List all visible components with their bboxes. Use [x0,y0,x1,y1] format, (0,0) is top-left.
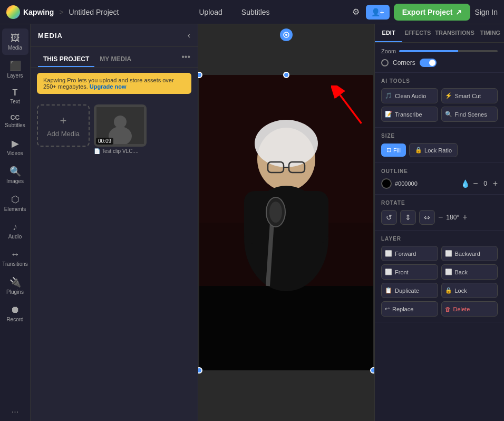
corners-radio[interactable] [381,59,389,66]
sidebar-label-record: Record [6,317,23,322]
sidebar-item-images[interactable]: 🔍 Images [2,161,28,188]
sidebar-item-record[interactable]: ⏺ Record [2,300,28,327]
right-panel: EDIT EFFECTS TRANSITIONS TIMING Zoom Cor… [374,24,504,421]
corners-label: Corners [393,59,415,66]
flip-h-button[interactable]: ⇔ [419,210,435,225]
rotate-label: ROTATE [381,200,498,206]
sidebar-item-videos[interactable]: ▶ Videos [2,133,28,160]
handle-bottom-right[interactable] [370,367,374,374]
rotate-ccw-button[interactable]: ↺ [381,210,397,225]
lock-ratio-label: Lock Ratio [424,147,452,154]
rotate-row: ↺ ⇕ ⇔ − 180° + [381,210,498,225]
tab-my-media[interactable]: MY MEDIA [94,52,137,67]
sidebar-item-audio[interactable]: ♪ Audio [2,217,28,244]
thumb-filename: 📄 Test clip VLC.... [94,148,147,154]
sidebar-item-plugins[interactable]: 🔌 Plugins [2,272,28,299]
plugins-icon: 🔌 [9,276,21,288]
clean-audio-button[interactable]: 🎵 Clean Audio [381,88,438,103]
media-icon: 🖼 [11,33,20,44]
rotate-plus-button[interactable]: + [462,213,467,222]
delete-button[interactable]: 🗑 Delete [441,301,498,317]
handle-top-mid[interactable] [283,72,289,78]
eyedropper-button[interactable]: 💧 [461,179,470,188]
subtitles-button[interactable]: Subtitles [237,6,274,18]
size-section: SIZE ⊡ Fill 🔒 Lock Ratio [375,128,504,163]
export-icon: ↗ [455,8,462,16]
front-button[interactable]: ⬜ Front [381,264,438,280]
sidebar-item-elements[interactable]: ⬡ Elements [2,189,28,216]
corners-toggle[interactable] [420,59,437,67]
tab-timing[interactable]: TIMING [477,24,504,42]
add-media-label: Add Media [47,130,80,138]
sidebar-item-media[interactable]: 🖼 Media [2,28,28,55]
tab-edit[interactable]: EDIT [375,24,402,42]
brand-label: Kapwing [23,8,54,16]
lock-ratio-button[interactable]: 🔒 Lock Ratio [409,143,458,157]
ai-tools-section: AI TOOLS 🎵 Clean Audio ⚡ Smart Cut 📝 Tra… [375,73,504,128]
sidebar-item-transitions[interactable]: ↔ Transitions [2,245,28,271]
tab-this-project[interactable]: THIS PROJECT [38,52,94,67]
flip-v-button[interactable]: ⇕ [400,210,416,225]
right-panel-tabs: EDIT EFFECTS TRANSITIONS TIMING [375,24,504,43]
fill-button[interactable]: ⊡ Fill [381,143,406,157]
upload-button[interactable]: Upload [195,6,226,18]
svg-rect-17 [244,191,328,244]
project-name[interactable]: Untitled Project [69,8,119,16]
add-user-button[interactable]: 👤+ [366,5,390,20]
duplicate-icon: 📋 [385,287,392,294]
layer-label: LAYER [381,236,498,242]
tab-effects[interactable]: EFFECTS [402,24,433,42]
settings-icon[interactable]: ⚙ [350,5,362,19]
duplicate-button[interactable]: 📋 Duplicate [381,283,438,298]
sidebar-item-text[interactable]: T Text [2,84,28,109]
rotate-value: 180° [446,214,459,221]
sidebar-item-layers[interactable]: ⬛ Layers [2,56,28,83]
media-collapse-button[interactable]: ‹ [188,31,190,40]
sidebar-item-subtitles[interactable]: CC Subtitles [2,110,28,132]
export-button[interactable]: Export Project ↗ [394,4,471,21]
zoom-slider[interactable] [399,50,498,52]
forward-button[interactable]: ⬜ Forward [381,246,438,261]
outline-color-hex: #000000 [395,180,458,187]
rotate-minus-button[interactable]: − [438,213,443,222]
audio-icon: ♪ [13,222,17,233]
outline-minus-button[interactable]: − [473,179,478,188]
tab-transitions[interactable]: TRANSITIONS [433,24,477,42]
media-panel-title: MEDIA [38,32,63,40]
outline-label: OUTLINE [381,168,498,174]
clean-audio-icon: 🎵 [385,92,392,99]
action-grid: 📋 Duplicate 🔒 Lock ↩ Replace 🗑 Delete [381,283,498,317]
svg-point-1 [114,116,127,128]
sidebar-label-layers: Layers [7,73,23,79]
replace-icon: ↩ [385,305,390,312]
main-layout: 🖼 Media ⬛ Layers T Text CC Subtitles ▶ V… [0,24,504,421]
replace-label: Replace [392,306,413,312]
sidebar-more[interactable]: ... [12,399,18,421]
sidebar-label-plugins: Plugins [6,289,24,295]
signin-button[interactable]: Sign In [474,8,498,16]
layer-section: LAYER ⬜ Forward ⬜ Backward ⬜ Front ⬜ Bac… [375,231,504,322]
find-scenes-button[interactable]: 🔍 Find Scenes [441,107,498,122]
outline-plus-button[interactable]: + [493,179,498,188]
forward-label: Forward [395,251,416,257]
outline-color-swatch[interactable] [381,178,392,189]
lock-button[interactable]: 🔒 Lock [441,283,498,298]
smart-cut-button[interactable]: ⚡ Smart Cut [441,88,498,103]
handle-bottom-left[interactable] [198,367,202,374]
logo[interactable]: Kapwing [6,5,54,19]
add-media-button[interactable]: + Add Media [37,104,90,147]
media-panel-header: MEDIA ‹ [31,24,198,47]
media-thumb[interactable]: 00:09 [94,104,147,147]
backward-button[interactable]: ⬜ Backward [441,246,498,261]
media-tab-more[interactable]: ••• [181,52,190,67]
replace-button[interactable]: ↩ Replace [381,301,438,317]
front-label: Front [395,269,409,275]
lock-label: Lock [455,288,467,294]
media-notice-link[interactable]: Upgrade now [90,83,127,90]
fill-icon: ⊡ [386,147,391,154]
media-panel: MEDIA ‹ THIS PROJECT MY MEDIA ••• Kapwin… [31,24,198,421]
transcribe-button[interactable]: 📝 Transcribe [381,107,438,122]
zoom-corners-section: Zoom Corners [375,43,504,73]
svg-line-6 [340,95,362,123]
back-button[interactable]: ⬜ Back [441,264,498,280]
